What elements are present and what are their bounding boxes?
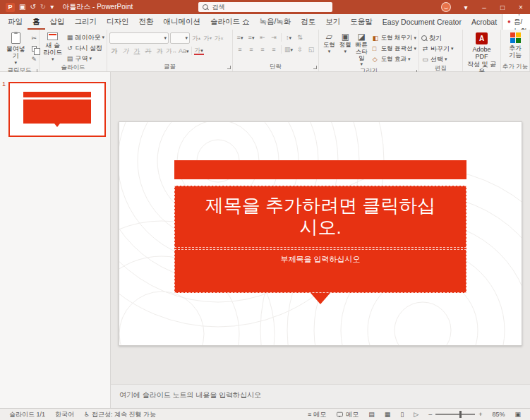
font-color-button[interactable]: 가▾ (194, 47, 204, 55)
tab-easy-document-creator[interactable]: Easy Document Creator (378, 14, 466, 30)
fit-to-window-button[interactable]: ▣ (510, 411, 526, 418)
zoom-in-button[interactable]: + (478, 411, 487, 418)
strikethrough-button[interactable]: 가 (143, 46, 153, 56)
quick-styles-button[interactable]: ◪ 빠른 스타일 ▾ (354, 32, 370, 67)
new-slide-button[interactable]: 새 슬라이드 ▾ (42, 32, 64, 63)
tab-file[interactable]: 파일 (3, 14, 28, 30)
shape-outline-button[interactable]: □ 도형 윤곽선 ▾ (373, 44, 416, 54)
ribbon-display-options-button[interactable]: ▾ (457, 0, 475, 14)
adobe-pdf-button[interactable]: A Adobe PDF 작성 및 공유 (465, 32, 498, 76)
subtitle-placeholder[interactable]: 부제목을 입력하십시오 (174, 249, 466, 293)
divider (281, 33, 282, 42)
increase-indent-button[interactable]: ⇥ (269, 32, 279, 42)
layout-button[interactable]: ▦ 레이아웃 ▾ (66, 32, 104, 42)
customize-qat-button[interactable]: ▾ (50, 4, 54, 11)
tab-animations[interactable]: 애니메이션 (159, 14, 206, 30)
font-group: ▾ ▾ 가▴ 가▾ 가× 가 가 가 가 가 가↔ Aa▾ (107, 30, 233, 71)
tab-view[interactable]: 보기 (320, 14, 345, 30)
undo-button[interactable]: ↺ (30, 4, 35, 11)
paste-button[interactable]: 붙여넣기 ▾ (2, 32, 29, 66)
tab-insert[interactable]: 삽입 (45, 14, 70, 30)
align-left-button[interactable]: ≡ (235, 44, 245, 54)
cut-button[interactable]: ✂ (31, 33, 37, 42)
minimize-button[interactable]: – (475, 0, 493, 14)
font-dialog-launcher[interactable] (227, 66, 231, 69)
tab-slideshow[interactable]: 슬라이드 쇼 (205, 14, 254, 30)
slide-thumbnail[interactable] (8, 82, 106, 137)
convert-to-smartart-button[interactable]: ◱ (306, 44, 316, 54)
shrink-font-button[interactable]: 가▾ (203, 33, 212, 43)
format-painter-button[interactable]: ✎ (31, 54, 37, 64)
justify-button[interactable]: ≡ (269, 44, 279, 54)
slides-small-buttons: ▦ 레이아웃 ▾ ↺ 다시 설정 ▤ 구역 ▾ (66, 32, 104, 64)
select-button[interactable]: ▭ 선택 ▾ (421, 54, 460, 64)
arrange-button[interactable]: ▣ 정렬 ▾ (337, 32, 354, 54)
zoom-level-button[interactable]: 85% (487, 411, 510, 418)
search-input[interactable]: 검색 (198, 2, 332, 12)
tab-home[interactable]: 홈 (28, 14, 45, 30)
columns-button[interactable]: ▥▾ (284, 44, 294, 54)
decrease-indent-button[interactable]: ⇤ (258, 32, 267, 42)
font-size-select[interactable]: ▾ (170, 32, 190, 44)
tab-design[interactable]: 디자인 (102, 14, 134, 30)
zoom-slider[interactable] (435, 414, 475, 415)
reset-button[interactable]: ↺ 다시 설정 (66, 43, 104, 53)
grow-font-button[interactable]: 가▴ (191, 33, 201, 43)
align-right-button[interactable]: ≡ (258, 44, 267, 54)
find-icon (421, 35, 428, 42)
find-button[interactable]: 찾기 (421, 33, 460, 43)
slideshow-view-button[interactable]: ▷ (409, 411, 423, 418)
italic-button[interactable]: 가 (121, 46, 131, 56)
addins-button[interactable]: 추가 기능 (507, 32, 523, 60)
align-text-button[interactable]: ⇳ (295, 44, 305, 54)
tab-review[interactable]: 검토 (296, 14, 320, 30)
text-shadow-button[interactable]: 가 (155, 46, 164, 56)
comments-toggle-button[interactable]: 메모 (331, 410, 363, 419)
paragraph-dialog-launcher[interactable] (313, 66, 317, 69)
bold-button[interactable]: 가 (109, 46, 119, 56)
tab-transitions[interactable]: 전환 (134, 14, 159, 30)
align-center-button[interactable]: ≡ (246, 44, 256, 54)
section-button[interactable]: ▤ 구역 ▾ (66, 54, 104, 64)
change-case-button[interactable]: Aa▾ (179, 46, 189, 56)
maximize-button[interactable]: □ (493, 0, 512, 14)
line-spacing-button[interactable]: ↕▾ (284, 32, 294, 42)
font-name-select[interactable]: ▾ (109, 32, 169, 44)
replace-button[interactable]: ⇄ 바꾸기 ▾ (421, 44, 460, 54)
redo-button[interactable]: ↻ (40, 4, 46, 11)
zoom-out-button[interactable]: – (423, 411, 432, 418)
slide-sorter-view-button[interactable]: ▦ (380, 411, 396, 418)
arrange-label: 정렬 (339, 42, 351, 48)
copy-button[interactable] (31, 44, 37, 53)
text-direction-button[interactable]: ⇅ (295, 32, 305, 42)
title-placeholder[interactable]: 제목을 추가하려면 클릭하십시오. (174, 186, 466, 248)
tab-help[interactable]: 도움말 (345, 14, 378, 30)
shape-effects-button[interactable]: ◇ 도형 효과 ▾ (373, 54, 416, 64)
slide-thumbnail-panel: 1 (0, 72, 111, 408)
clear-formatting-button[interactable]: 가× (214, 33, 224, 43)
normal-view-button[interactable]: ▤ (363, 411, 380, 418)
language-button[interactable]: 한국어 (50, 410, 79, 419)
slide-canvas[interactable]: 제목을 추가하려면 클릭하십시오. 부제목을 입력하십시오 (119, 121, 522, 346)
comments-bubble-icon (337, 412, 343, 416)
chevron-down-icon: ▾ (241, 35, 243, 40)
notes-toggle-button[interactable]: ≡ 메모 (303, 410, 331, 419)
tab-acrobat[interactable]: Acrobat (466, 14, 502, 30)
shapes-button[interactable]: ▱ 도형 ▾ (321, 32, 337, 54)
shape-fill-button[interactable]: ◧ 도형 채우기 ▾ (373, 33, 416, 43)
save-button[interactable]: ▣ (19, 4, 25, 11)
underline-button[interactable]: 가 (132, 46, 142, 56)
zoom-slider-thumb[interactable] (459, 411, 462, 418)
tab-draw[interactable]: 그리기 (70, 14, 102, 30)
character-spacing-button[interactable]: 가↔ (166, 46, 177, 56)
reading-view-button[interactable]: ▯ (395, 411, 409, 418)
close-button[interactable]: × (512, 0, 530, 14)
font-group-label: 글꼴 (164, 63, 176, 71)
bullets-button[interactable]: ≡▾ (235, 32, 245, 42)
notes-pane[interactable]: 여기에 슬라이드 노트의 내용을 입력하십시오 (111, 384, 530, 408)
accessibility-button[interactable]: ♿ 접근성: 계속 진행 가능 (79, 410, 161, 419)
numbering-button[interactable]: ≡▾ (246, 32, 256, 42)
account-avatar[interactable] (441, 2, 451, 12)
change-case-icon: Aa (179, 48, 186, 54)
tab-record[interactable]: 녹음/녹화 (254, 14, 296, 30)
